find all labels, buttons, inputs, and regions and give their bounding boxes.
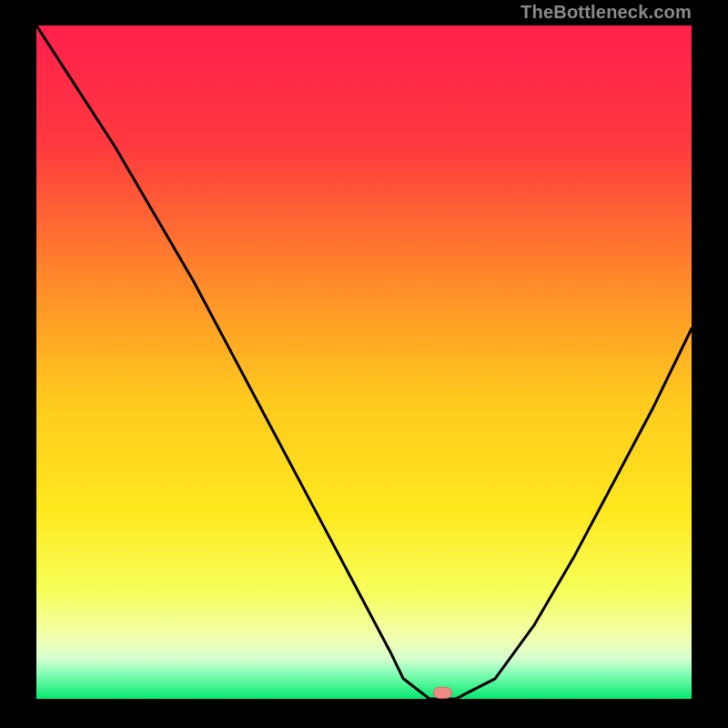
- plot-area: [36, 25, 692, 699]
- chart-svg: [36, 25, 692, 699]
- optimum-marker: [433, 687, 451, 698]
- chart-frame: { "watermark": "TheBottleneck.com", "col…: [0, 0, 728, 728]
- gradient-background: [36, 25, 692, 699]
- watermark-text: TheBottleneck.com: [521, 2, 692, 23]
